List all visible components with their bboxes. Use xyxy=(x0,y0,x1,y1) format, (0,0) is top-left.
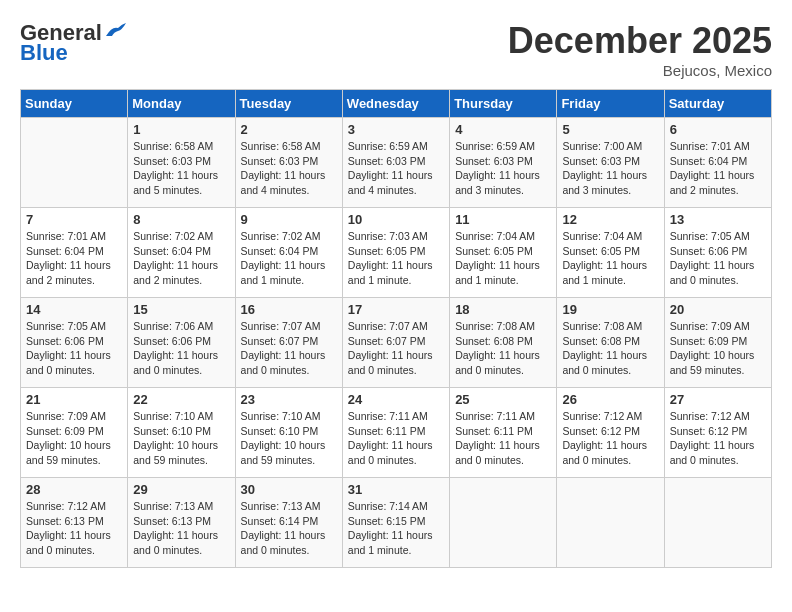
calendar-day-cell: 24Sunrise: 7:11 AM Sunset: 6:11 PM Dayli… xyxy=(342,388,449,478)
day-info: Sunrise: 7:05 AM Sunset: 6:06 PM Dayligh… xyxy=(670,229,766,288)
calendar-day-cell: 17Sunrise: 7:07 AM Sunset: 6:07 PM Dayli… xyxy=(342,298,449,388)
day-info: Sunrise: 7:12 AM Sunset: 6:13 PM Dayligh… xyxy=(26,499,122,558)
day-number: 15 xyxy=(133,302,229,317)
calendar-day-cell xyxy=(21,118,128,208)
calendar-day-cell: 12Sunrise: 7:04 AM Sunset: 6:05 PM Dayli… xyxy=(557,208,664,298)
calendar-day-cell: 28Sunrise: 7:12 AM Sunset: 6:13 PM Dayli… xyxy=(21,478,128,568)
calendar-day-cell: 26Sunrise: 7:12 AM Sunset: 6:12 PM Dayli… xyxy=(557,388,664,478)
day-info: Sunrise: 7:10 AM Sunset: 6:10 PM Dayligh… xyxy=(241,409,337,468)
day-info: Sunrise: 7:08 AM Sunset: 6:08 PM Dayligh… xyxy=(562,319,658,378)
calendar-day-cell: 7Sunrise: 7:01 AM Sunset: 6:04 PM Daylig… xyxy=(21,208,128,298)
day-info: Sunrise: 7:04 AM Sunset: 6:05 PM Dayligh… xyxy=(562,229,658,288)
day-number: 27 xyxy=(670,392,766,407)
calendar-day-cell xyxy=(450,478,557,568)
day-number: 7 xyxy=(26,212,122,227)
day-of-week-header: Monday xyxy=(128,90,235,118)
day-number: 18 xyxy=(455,302,551,317)
day-number: 1 xyxy=(133,122,229,137)
calendar-day-cell: 23Sunrise: 7:10 AM Sunset: 6:10 PM Dayli… xyxy=(235,388,342,478)
logo-bird-icon xyxy=(104,22,126,40)
day-info: Sunrise: 7:06 AM Sunset: 6:06 PM Dayligh… xyxy=(133,319,229,378)
day-info: Sunrise: 7:01 AM Sunset: 6:04 PM Dayligh… xyxy=(670,139,766,198)
day-info: Sunrise: 7:01 AM Sunset: 6:04 PM Dayligh… xyxy=(26,229,122,288)
day-info: Sunrise: 7:07 AM Sunset: 6:07 PM Dayligh… xyxy=(348,319,444,378)
calendar-day-cell: 29Sunrise: 7:13 AM Sunset: 6:13 PM Dayli… xyxy=(128,478,235,568)
calendar-day-cell xyxy=(557,478,664,568)
day-number: 24 xyxy=(348,392,444,407)
day-number: 2 xyxy=(241,122,337,137)
day-number: 9 xyxy=(241,212,337,227)
day-info: Sunrise: 7:02 AM Sunset: 6:04 PM Dayligh… xyxy=(241,229,337,288)
day-info: Sunrise: 7:11 AM Sunset: 6:11 PM Dayligh… xyxy=(455,409,551,468)
day-of-week-header: Saturday xyxy=(664,90,771,118)
day-info: Sunrise: 7:03 AM Sunset: 6:05 PM Dayligh… xyxy=(348,229,444,288)
day-number: 4 xyxy=(455,122,551,137)
day-info: Sunrise: 7:07 AM Sunset: 6:07 PM Dayligh… xyxy=(241,319,337,378)
calendar-day-cell: 3Sunrise: 6:59 AM Sunset: 6:03 PM Daylig… xyxy=(342,118,449,208)
calendar-day-cell: 18Sunrise: 7:08 AM Sunset: 6:08 PM Dayli… xyxy=(450,298,557,388)
day-number: 14 xyxy=(26,302,122,317)
calendar-week-row: 1Sunrise: 6:58 AM Sunset: 6:03 PM Daylig… xyxy=(21,118,772,208)
calendar-day-cell: 10Sunrise: 7:03 AM Sunset: 6:05 PM Dayli… xyxy=(342,208,449,298)
calendar-day-cell: 22Sunrise: 7:10 AM Sunset: 6:10 PM Dayli… xyxy=(128,388,235,478)
month-title: December 2025 xyxy=(508,20,772,62)
day-info: Sunrise: 7:05 AM Sunset: 6:06 PM Dayligh… xyxy=(26,319,122,378)
day-info: Sunrise: 6:59 AM Sunset: 6:03 PM Dayligh… xyxy=(348,139,444,198)
day-info: Sunrise: 7:10 AM Sunset: 6:10 PM Dayligh… xyxy=(133,409,229,468)
calendar-week-row: 28Sunrise: 7:12 AM Sunset: 6:13 PM Dayli… xyxy=(21,478,772,568)
day-number: 29 xyxy=(133,482,229,497)
calendar-week-row: 21Sunrise: 7:09 AM Sunset: 6:09 PM Dayli… xyxy=(21,388,772,478)
calendar-day-cell: 27Sunrise: 7:12 AM Sunset: 6:12 PM Dayli… xyxy=(664,388,771,478)
day-info: Sunrise: 7:12 AM Sunset: 6:12 PM Dayligh… xyxy=(562,409,658,468)
day-info: Sunrise: 7:12 AM Sunset: 6:12 PM Dayligh… xyxy=(670,409,766,468)
day-info: Sunrise: 6:58 AM Sunset: 6:03 PM Dayligh… xyxy=(133,139,229,198)
calendar-day-cell: 13Sunrise: 7:05 AM Sunset: 6:06 PM Dayli… xyxy=(664,208,771,298)
calendar-day-cell: 9Sunrise: 7:02 AM Sunset: 6:04 PM Daylig… xyxy=(235,208,342,298)
day-info: Sunrise: 7:11 AM Sunset: 6:11 PM Dayligh… xyxy=(348,409,444,468)
calendar-day-cell: 8Sunrise: 7:02 AM Sunset: 6:04 PM Daylig… xyxy=(128,208,235,298)
day-info: Sunrise: 7:02 AM Sunset: 6:04 PM Dayligh… xyxy=(133,229,229,288)
calendar-day-cell: 14Sunrise: 7:05 AM Sunset: 6:06 PM Dayli… xyxy=(21,298,128,388)
day-of-week-header: Thursday xyxy=(450,90,557,118)
title-block: December 2025 Bejucos, Mexico xyxy=(508,20,772,79)
calendar-day-cell: 11Sunrise: 7:04 AM Sunset: 6:05 PM Dayli… xyxy=(450,208,557,298)
day-info: Sunrise: 7:14 AM Sunset: 6:15 PM Dayligh… xyxy=(348,499,444,558)
day-number: 22 xyxy=(133,392,229,407)
logo-blue: Blue xyxy=(20,40,68,66)
day-number: 8 xyxy=(133,212,229,227)
calendar-day-cell: 2Sunrise: 6:58 AM Sunset: 6:03 PM Daylig… xyxy=(235,118,342,208)
day-info: Sunrise: 7:13 AM Sunset: 6:14 PM Dayligh… xyxy=(241,499,337,558)
day-info: Sunrise: 7:09 AM Sunset: 6:09 PM Dayligh… xyxy=(26,409,122,468)
calendar-week-row: 7Sunrise: 7:01 AM Sunset: 6:04 PM Daylig… xyxy=(21,208,772,298)
day-number: 3 xyxy=(348,122,444,137)
calendar-day-cell: 30Sunrise: 7:13 AM Sunset: 6:14 PM Dayli… xyxy=(235,478,342,568)
day-info: Sunrise: 7:04 AM Sunset: 6:05 PM Dayligh… xyxy=(455,229,551,288)
day-number: 31 xyxy=(348,482,444,497)
day-number: 21 xyxy=(26,392,122,407)
day-number: 6 xyxy=(670,122,766,137)
day-number: 23 xyxy=(241,392,337,407)
calendar-day-cell: 6Sunrise: 7:01 AM Sunset: 6:04 PM Daylig… xyxy=(664,118,771,208)
calendar-day-cell: 4Sunrise: 6:59 AM Sunset: 6:03 PM Daylig… xyxy=(450,118,557,208)
day-number: 10 xyxy=(348,212,444,227)
day-info: Sunrise: 7:09 AM Sunset: 6:09 PM Dayligh… xyxy=(670,319,766,378)
page-header: General Blue December 2025 Bejucos, Mexi… xyxy=(20,20,772,79)
day-of-week-header: Tuesday xyxy=(235,90,342,118)
calendar-body: 1Sunrise: 6:58 AM Sunset: 6:03 PM Daylig… xyxy=(21,118,772,568)
day-info: Sunrise: 7:08 AM Sunset: 6:08 PM Dayligh… xyxy=(455,319,551,378)
location: Bejucos, Mexico xyxy=(508,62,772,79)
day-number: 16 xyxy=(241,302,337,317)
calendar-day-cell: 25Sunrise: 7:11 AM Sunset: 6:11 PM Dayli… xyxy=(450,388,557,478)
calendar-day-cell: 19Sunrise: 7:08 AM Sunset: 6:08 PM Dayli… xyxy=(557,298,664,388)
calendar-week-row: 14Sunrise: 7:05 AM Sunset: 6:06 PM Dayli… xyxy=(21,298,772,388)
calendar-day-cell: 16Sunrise: 7:07 AM Sunset: 6:07 PM Dayli… xyxy=(235,298,342,388)
day-number: 20 xyxy=(670,302,766,317)
calendar-header-row: SundayMondayTuesdayWednesdayThursdayFrid… xyxy=(21,90,772,118)
day-number: 17 xyxy=(348,302,444,317)
day-info: Sunrise: 7:00 AM Sunset: 6:03 PM Dayligh… xyxy=(562,139,658,198)
day-number: 30 xyxy=(241,482,337,497)
calendar-day-cell: 5Sunrise: 7:00 AM Sunset: 6:03 PM Daylig… xyxy=(557,118,664,208)
day-of-week-header: Wednesday xyxy=(342,90,449,118)
logo: General Blue xyxy=(20,20,126,66)
day-info: Sunrise: 7:13 AM Sunset: 6:13 PM Dayligh… xyxy=(133,499,229,558)
